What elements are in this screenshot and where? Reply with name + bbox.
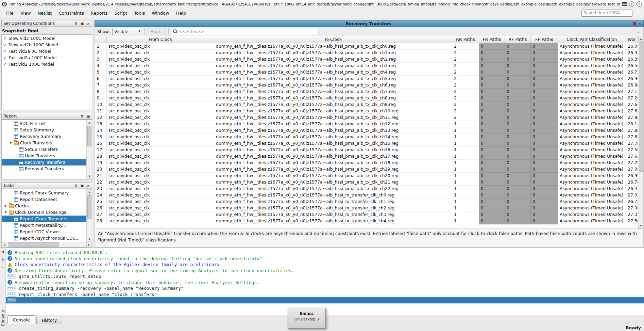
table-row[interactable]: 25src_divided_osc_clkdummy_eth_f_hw__til… (95, 198, 638, 205)
scroll-down-icon[interactable]: ▼ (87, 174, 92, 179)
cell-rr-paths[interactable]: 1 (452, 205, 479, 211)
cell-rr-paths[interactable]: 1 (452, 153, 479, 159)
cell-clock-pair-classification[interactable]: Asynchronous (Timed Unsafe) (558, 114, 626, 121)
float-icon[interactable]: ▣ (80, 21, 85, 26)
menu-item-tools[interactable]: Tools (131, 9, 148, 17)
cell-clock-pair-classification[interactable]: Asynchronous (Timed Unsafe) (558, 166, 626, 172)
cell-row-number[interactable]: 27 (95, 211, 107, 218)
close-icon[interactable]: × (638, 21, 641, 26)
cell-rf-paths[interactable]: 0 (505, 108, 531, 114)
cell-rf-paths[interactable]: 0 (505, 179, 531, 185)
cell-clock-pair-classification[interactable]: Asynchronous (Timed Unsafe) (558, 172, 626, 179)
cell-fr-paths[interactable]: 0 (479, 43, 505, 49)
cell-row-number[interactable]: 10 (95, 101, 107, 108)
cell-row-number[interactable]: 26 (95, 205, 107, 211)
report-tree-item[interactable]: Recovery Transfers (2, 159, 86, 166)
cell-rf-paths[interactable]: 0 (505, 159, 531, 166)
filter-field[interactable] (171, 28, 317, 35)
float-icon[interactable]: ▣ (86, 114, 91, 119)
cell-rf-paths[interactable]: 0 (505, 140, 531, 146)
cell-worst-slack[interactable]: 27.65 (626, 108, 638, 114)
cell-row-number[interactable]: 8 (95, 88, 107, 95)
cell-fr-paths[interactable]: 0 (479, 114, 505, 121)
cell-row-number[interactable]: 11 (95, 108, 107, 114)
cell-fr-paths[interactable]: 0 (479, 159, 505, 166)
cell-worst-slack[interactable]: 27.30 (626, 218, 638, 224)
cell-worst-slack[interactable]: 27.37 (626, 211, 638, 218)
cell-rf-paths[interactable]: 0 (505, 146, 531, 153)
cell-clock-pair-classification[interactable]: Asynchronous (Timed Unsafe) (558, 127, 626, 133)
cell-worst-slack[interactable]: 26.96 (626, 75, 638, 82)
cell-ff-paths[interactable]: 0 (531, 101, 558, 108)
table-row[interactable]: 13src_divided_osc_clkdummy_eth_f_hw__til… (95, 121, 638, 127)
cell-row-number[interactable]: 1 (95, 43, 107, 49)
table-row[interactable]: 3src_divided_osc_clkdummy_eth_f_hw__tile… (95, 56, 638, 62)
cell-worst-slack[interactable]: 26.47 (626, 185, 638, 192)
scroll-thumb[interactable] (8, 242, 59, 247)
cell-clock-pair-classification[interactable]: Asynchronous (Timed Unsafe) (558, 82, 626, 88)
cell-from-clock[interactable]: src_divided_osc_clk (107, 108, 214, 114)
cell-from-clock[interactable]: src_divided_osc_clk (107, 49, 214, 56)
cell-fr-paths[interactable]: 0 (479, 121, 505, 127)
cell-fr-paths[interactable]: 0 (479, 140, 505, 146)
scroll-down-icon[interactable]: ▼ (638, 223, 644, 228)
report-tree-item[interactable]: Setup Summary (2, 127, 86, 133)
cell-row-number[interactable]: 13 (95, 121, 107, 127)
table-scrollbar[interactable]: ▲ ▼ (638, 36, 643, 228)
tasks-tree-item[interactable]: Report Clock Transfers (2, 216, 86, 222)
cell-fr-paths[interactable]: 0 (479, 69, 505, 75)
cell-row-number[interactable]: 12 (95, 114, 107, 121)
search-input[interactable] (581, 10, 632, 17)
cell-worst-slack[interactable]: 27.62 (626, 153, 638, 159)
opcond-item[interactable]: ✓Slow vid2b 100C Model (2, 42, 92, 48)
cell-clock-pair-classification[interactable]: Asynchronous (Timed Unsafe) (558, 69, 626, 75)
table-row[interactable]: 8src_divided_osc_clkdummy_eth_f_hw__tile… (95, 88, 638, 95)
help-icon[interactable]: ? (2, 266, 4, 269)
cell-ff-paths[interactable]: 0 (531, 49, 558, 56)
cell-from-clock[interactable]: src_divided_osc_clk (107, 101, 214, 108)
tasks-hscrollbar[interactable]: ◀ ▶ (1, 242, 92, 248)
cell-rr-paths[interactable]: 2 (452, 108, 479, 114)
cell-from-clock[interactable]: src_divided_osc_clk (107, 153, 214, 159)
cell-rr-paths[interactable]: 1 (452, 166, 479, 172)
cell-worst-slack[interactable]: 27.17 (626, 88, 638, 95)
hamburger-menu-icon[interactable] (622, 2, 627, 6)
cell-worst-slack[interactable]: 27.02 (626, 192, 638, 198)
cell-ff-paths[interactable]: 0 (531, 69, 558, 75)
cell-rf-paths[interactable]: 0 (505, 153, 531, 159)
cell-rf-paths[interactable]: 0 (505, 198, 531, 205)
pin-icon[interactable]: ⇈ (73, 183, 79, 188)
cell-clock-pair-classification[interactable]: Asynchronous (Timed Unsafe) (558, 159, 626, 166)
cell-rr-paths[interactable]: 1 (452, 211, 479, 218)
cell-rr-paths[interactable]: 2 (452, 43, 479, 49)
cell-fr-paths[interactable]: 0 (479, 146, 505, 153)
cell-rf-paths[interactable]: 0 (505, 114, 531, 121)
cell-rf-paths[interactable]: 0 (505, 172, 531, 179)
cell-ff-paths[interactable]: 0 (531, 108, 558, 114)
cell-row-number[interactable]: 3 (95, 56, 107, 62)
column-header-to-clock[interactable]: To Clock (214, 36, 452, 43)
cell-ff-paths[interactable]: 0 (531, 114, 558, 121)
opcond-item[interactable]: ✓Fast vid2a 100C Model (2, 54, 92, 61)
table-row[interactable]: 12src_divided_osc_clkdummy_eth_f_hw__til… (95, 114, 638, 121)
cell-fr-paths[interactable]: 0 (479, 218, 505, 224)
table-row[interactable]: 4src_divided_osc_clkdummy_eth_f_hw__tile… (95, 62, 638, 69)
cell-from-clock[interactable]: src_divided_osc_clk (107, 75, 214, 82)
cell-fr-paths[interactable]: 0 (479, 172, 505, 179)
cell-clock-pair-classification[interactable]: Asynchronous (Timed Unsafe) (558, 179, 626, 185)
cell-from-clock[interactable]: src_divided_osc_clk (107, 62, 214, 69)
cell-to-clock[interactable]: dummy_eth_f_hw__tiles|z1577a_x0_y0_n0|z1… (214, 43, 452, 49)
cell-rf-paths[interactable]: 0 (505, 88, 531, 95)
table-row[interactable]: 2src_divided_osc_clkdummy_eth_f_hw__tile… (95, 49, 638, 56)
cell-to-clock[interactable]: dummy_eth_f_hw__tiles|z1577a_x0_y0_n0|z1… (214, 153, 452, 159)
table-row[interactable]: 20src_divided_osc_clkdummy_eth_f_hw__til… (95, 166, 638, 172)
menu-item-reports[interactable]: Reports (87, 9, 111, 17)
cell-rr-paths[interactable]: 1 (452, 133, 479, 140)
chevron-down-icon[interactable]: ▼ (9, 141, 13, 144)
column-header-fr-paths[interactable]: FR Paths (479, 36, 505, 43)
cell-row-number[interactable]: 22 (95, 179, 107, 185)
cell-to-clock[interactable]: dummy_eth_f_hw__tiles|z1577a_x0_y0_n0|z1… (214, 179, 452, 185)
clear-console-icon[interactable]: ⊗ (1, 258, 4, 261)
cell-row-number[interactable]: 19 (95, 159, 107, 166)
cell-worst-slack[interactable]: 26.04 (626, 43, 638, 49)
